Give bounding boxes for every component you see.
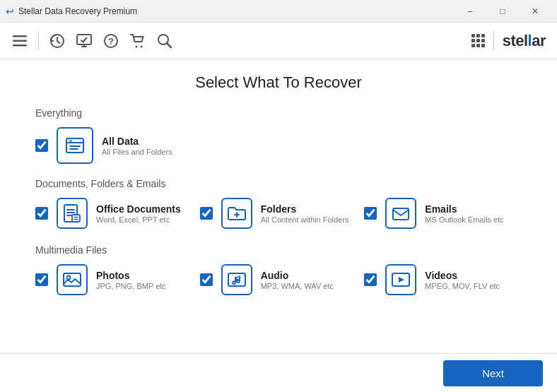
main-content: Select What To Recover Everything All Da… (0, 59, 557, 392)
videos-icon-box (385, 264, 416, 295)
documents-section: Documents, Folders & Emails (35, 178, 522, 229)
app-title: Stellar Data Recovery Premium (18, 6, 137, 16)
emails-info: Emails MS Outlook Emails etc (425, 203, 503, 224)
folders-icon (227, 203, 247, 223)
svg-point-35 (237, 280, 240, 283)
office-title: Office Documents (96, 203, 181, 215)
documents-grid: Office Documents Word, Excel, PPT etc Fo… (35, 198, 522, 229)
folders-desc: All Content within Folders (261, 215, 349, 224)
folders-icon-box (221, 198, 252, 229)
photos-checkbox[interactable] (35, 273, 48, 286)
all-data-icon-box (57, 127, 93, 164)
office-icon-box (57, 198, 88, 229)
minimize-button[interactable]: – (454, 0, 486, 23)
cart-icon[interactable] (129, 32, 146, 49)
videos-info: Videos MPEG, MOV, FLV etc (425, 270, 500, 290)
toolbar-divider (38, 32, 39, 49)
office-info: Office Documents Word, Excel, PPT etc (96, 203, 181, 224)
stellar-logo-text: stellar (503, 32, 546, 50)
audio-checkbox[interactable] (200, 273, 213, 286)
title-bar: ↩ Stellar Data Recovery Premium – □ ✕ (0, 0, 557, 23)
folders-checkbox[interactable] (200, 207, 213, 220)
svg-rect-1 (13, 40, 27, 42)
history-icon[interactable] (49, 32, 66, 49)
folders-info: Folders All Content within Folders (261, 203, 349, 224)
svg-rect-28 (64, 273, 81, 286)
videos-desc: MPEG, MOV, FLV etc (425, 282, 500, 290)
emails-desc: MS Outlook Emails etc (425, 215, 503, 224)
svg-point-10 (141, 45, 143, 47)
apps-grid-icon[interactable] (471, 34, 485, 47)
everything-section: Everything All Data All Files and Folder… (35, 107, 522, 164)
svg-rect-22 (72, 215, 80, 222)
svg-rect-2 (13, 44, 27, 47)
photos-icon (62, 270, 82, 290)
help-icon[interactable]: ? (102, 32, 119, 49)
app-icon: ↩ (6, 6, 14, 17)
page-title: Select What To Recover (35, 73, 522, 92)
audio-desc: MP3, WMA, WAV etc (261, 282, 334, 290)
folders-item[interactable]: Folders All Content within Folders (200, 198, 358, 229)
all-data-desc: All Files and Folders (102, 148, 172, 156)
close-button[interactable]: ✕ (519, 0, 551, 23)
svg-point-29 (67, 276, 71, 280)
audio-title: Audio (261, 270, 334, 281)
svg-point-9 (136, 45, 138, 47)
audio-info: Audio MP3, WMA, WAV etc (261, 270, 334, 290)
svg-rect-13 (66, 138, 83, 153)
audio-icon-box (221, 264, 252, 295)
hamburger-icon[interactable] (11, 32, 28, 49)
stellar-logo: stellar (503, 32, 546, 50)
videos-icon (391, 270, 411, 290)
svg-marker-37 (399, 277, 404, 283)
documents-label: Documents, Folders & Emails (35, 178, 522, 189)
logo-divider (493, 31, 494, 51)
title-bar-left: ↩ Stellar Data Recovery Premium (6, 6, 137, 17)
maximize-button[interactable]: □ (486, 0, 519, 23)
office-item[interactable]: Office Documents Word, Excel, PPT etc (35, 198, 193, 229)
office-checkbox[interactable] (35, 207, 48, 220)
all-data-item[interactable]: All Data All Files and Folders (35, 127, 522, 164)
svg-rect-27 (393, 208, 409, 220)
emails-title: Emails (425, 203, 503, 215)
folders-title: Folders (261, 203, 349, 215)
videos-checkbox[interactable] (364, 273, 377, 286)
multimedia-label: Multimedia Files (35, 244, 522, 256)
svg-rect-0 (13, 35, 27, 37)
emails-checkbox[interactable] (364, 207, 377, 220)
videos-item[interactable]: Videos MPEG, MOV, FLV etc (364, 264, 522, 295)
office-desc: Word, Excel, PPT etc (96, 215, 181, 224)
title-bar-controls: – □ ✕ (454, 0, 551, 23)
everything-label: Everything (35, 107, 522, 119)
multimedia-section: Multimedia Files Photos JPG, PNG, BMP et… (35, 244, 522, 295)
search-icon[interactable] (156, 32, 173, 49)
photos-title: Photos (96, 270, 166, 281)
toolbar-right: stellar (471, 31, 546, 51)
monitor-icon[interactable] (76, 32, 93, 49)
photos-item[interactable]: Photos JPG, PNG, BMP etc (35, 264, 193, 295)
svg-rect-15 (69, 141, 72, 142)
svg-line-12 (168, 43, 172, 47)
videos-title: Videos (425, 270, 500, 281)
toolbar: ? stellar (0, 23, 557, 59)
toolbar-left: ? (11, 32, 173, 49)
all-data-info: All Data All Files and Folders (102, 136, 172, 156)
emails-item[interactable]: Emails MS Outlook Emails etc (364, 198, 522, 229)
audio-item[interactable]: Audio MP3, WMA, WAV etc (200, 264, 358, 295)
next-button[interactable]: Next (443, 360, 543, 386)
all-data-checkbox[interactable] (35, 139, 48, 152)
emails-icon (391, 203, 411, 223)
all-data-icon (64, 134, 86, 157)
emails-icon-box (385, 198, 416, 229)
photos-desc: JPG, PNG, BMP etc (96, 282, 166, 290)
photos-info: Photos JPG, PNG, BMP etc (96, 270, 166, 290)
office-icon (62, 203, 82, 223)
all-data-title: All Data (102, 136, 172, 147)
audio-icon (227, 270, 247, 290)
svg-rect-4 (77, 35, 91, 44)
photos-icon-box (57, 264, 88, 295)
multimedia-grid: Photos JPG, PNG, BMP etc (35, 264, 522, 295)
svg-text:?: ? (108, 36, 114, 47)
bottom-bar: Next (0, 353, 557, 392)
